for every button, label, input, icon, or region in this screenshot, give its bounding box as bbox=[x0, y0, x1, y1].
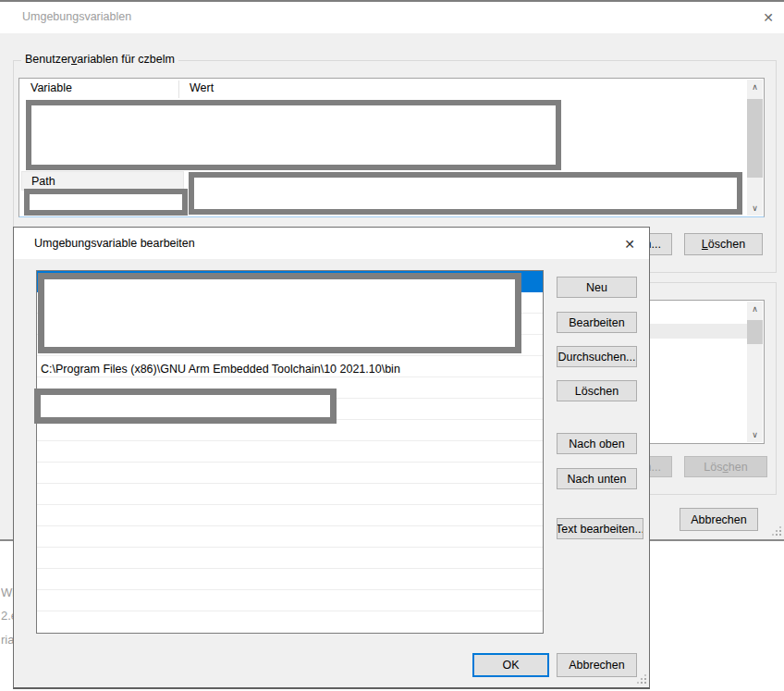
table-scrollbar[interactable]: ∧ ∨ bbox=[747, 80, 763, 216]
table-scrollbar[interactable]: ∧ ∨ bbox=[747, 302, 763, 442]
dialog-title: Umgebungsvariable bearbeiten bbox=[34, 237, 195, 250]
dialog-title: Umgebungsvariablen bbox=[22, 10, 131, 23]
cancel-button[interactable]: Abbrechen bbox=[557, 653, 637, 677]
title-bar: Umgebungsvariable bearbeiten ✕ bbox=[14, 228, 649, 259]
scroll-down-icon[interactable]: ∨ bbox=[747, 201, 763, 216]
edit-text-button[interactable]: Text bearbeiten... bbox=[557, 518, 643, 539]
list-item[interactable] bbox=[37, 463, 543, 484]
list-item[interactable] bbox=[37, 505, 543, 526]
delete-system-variable-button-disabled: Löschen bbox=[684, 456, 767, 477]
toolchain-path-list-item[interactable]: C:\Program Files (x86)\GNU Arm Embedded … bbox=[41, 363, 540, 376]
scrollbar-thumb[interactable] bbox=[747, 320, 763, 344]
redaction-box bbox=[26, 100, 561, 170]
background-text-fragment: rial bbox=[1, 633, 13, 647]
redaction-box bbox=[24, 189, 188, 216]
background-text-fragment: 2.e bbox=[1, 609, 13, 623]
redaction-box bbox=[189, 172, 742, 215]
table-row-path[interactable]: Path bbox=[21, 171, 184, 191]
resize-grip[interactable] bbox=[771, 525, 782, 537]
resize-grip[interactable] bbox=[636, 673, 647, 685]
ok-button[interactable]: OK bbox=[472, 653, 549, 677]
close-icon[interactable]: ✕ bbox=[619, 235, 640, 253]
new-button[interactable]: Neu bbox=[557, 277, 637, 298]
close-icon[interactable]: ✕ bbox=[758, 8, 778, 27]
column-header-variable[interactable]: Variable bbox=[31, 81, 72, 94]
cancel-button[interactable]: Abbrechen bbox=[680, 508, 758, 531]
redaction-box bbox=[38, 273, 521, 353]
list-item[interactable] bbox=[37, 441, 543, 463]
list-item[interactable] bbox=[37, 569, 543, 590]
user-variables-group-label: Benutzervariablen für czbelm bbox=[21, 53, 178, 66]
scroll-up-icon[interactable]: ∧ bbox=[747, 302, 763, 316]
scroll-up-icon[interactable]: ∧ bbox=[747, 80, 763, 94]
list-item[interactable] bbox=[37, 590, 543, 611]
delete-user-variable-button[interactable]: Löschen bbox=[684, 233, 763, 255]
edit-button[interactable]: Bearbeiten bbox=[557, 312, 637, 333]
title-bar: Umgebungsvariablen ✕ bbox=[0, 2, 784, 33]
list-item[interactable] bbox=[37, 548, 543, 569]
browse-button[interactable]: Durchsuchen... bbox=[557, 346, 637, 367]
column-divider[interactable] bbox=[178, 80, 179, 98]
scrollbar-thumb[interactable] bbox=[747, 99, 763, 178]
background-text-fragment: Wir bbox=[1, 586, 13, 599]
edit-environment-variable-dialog: Umgebungsvariable bearbeiten ✕ pp g C:\P… bbox=[13, 227, 650, 689]
redaction-box bbox=[34, 389, 337, 424]
move-down-button[interactable]: Nach unten bbox=[557, 468, 637, 489]
list-item[interactable] bbox=[37, 526, 543, 548]
list-item[interactable] bbox=[37, 484, 543, 505]
column-header-wert[interactable]: Wert bbox=[190, 81, 214, 94]
delete-button[interactable]: Löschen bbox=[557, 380, 637, 401]
move-up-button[interactable]: Nach oben bbox=[557, 433, 637, 454]
scroll-down-icon[interactable]: ∨ bbox=[747, 427, 763, 442]
